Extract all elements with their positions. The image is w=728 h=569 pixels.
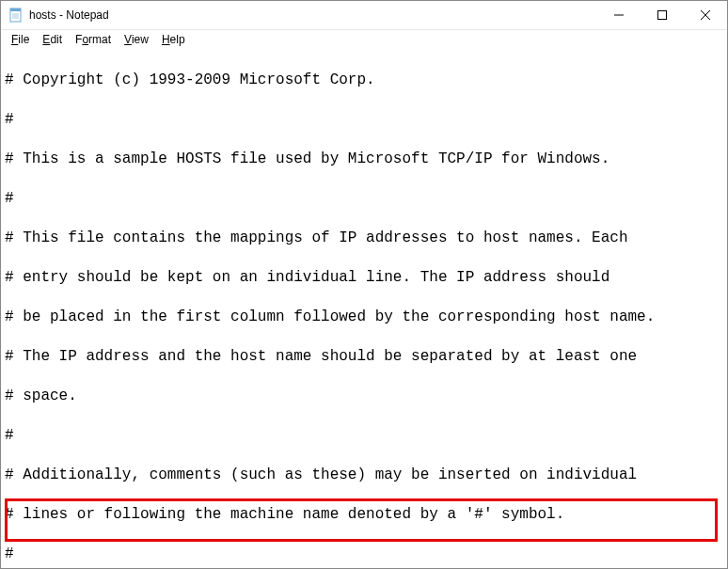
editor-line: # entry should be kept on an individual …: [5, 268, 723, 288]
menu-view-rest: iew: [132, 33, 149, 46]
editor-line: #: [5, 426, 723, 446]
menu-help-rest: elp: [170, 33, 185, 46]
text-editor[interactable]: # Copyright (c) 1993-2009 Microsoft Corp…: [1, 49, 727, 569]
menu-edit-rest: dit: [50, 33, 62, 46]
editor-line: # Copyright (c) 1993-2009 Microsoft Corp…: [5, 71, 723, 90]
editor-line: #: [5, 545, 723, 564]
editor-line: # be placed in the first column followed…: [5, 308, 723, 327]
menu-format-rest: rmat: [88, 33, 111, 46]
title-bar: hosts - Notepad: [1, 1, 727, 30]
editor-line: # This file contains the mappings of IP …: [5, 229, 723, 248]
editor-line: # Additionally, comments (such as these)…: [5, 466, 723, 485]
editor-line: # lines or following the machine name de…: [5, 505, 723, 525]
editor-line: #: [5, 110, 723, 130]
menu-view[interactable]: View: [118, 31, 155, 48]
close-button[interactable]: [684, 1, 727, 29]
editor-line: # The IP address and the host name shoul…: [5, 347, 723, 367]
menu-file-rest: ile: [18, 33, 29, 46]
maximize-button[interactable]: [641, 1, 684, 29]
svg-rect-6: [658, 11, 667, 20]
menu-edit[interactable]: Edit: [36, 31, 69, 48]
window-title: hosts - Notepad: [29, 8, 597, 22]
svg-rect-1: [10, 8, 21, 11]
menu-format[interactable]: Format: [69, 31, 118, 48]
notepad-icon: [8, 8, 24, 23]
editor-line: # space.: [5, 387, 723, 406]
editor-line: #: [5, 189, 723, 209]
menu-bar: File Edit Format View Help: [1, 30, 727, 49]
menu-help[interactable]: Help: [155, 31, 192, 48]
menu-file[interactable]: File: [5, 31, 36, 48]
minimize-button[interactable]: [597, 1, 641, 29]
editor-line: # This is a sample HOSTS file used by Mi…: [5, 150, 723, 169]
window-controls: [597, 1, 727, 29]
